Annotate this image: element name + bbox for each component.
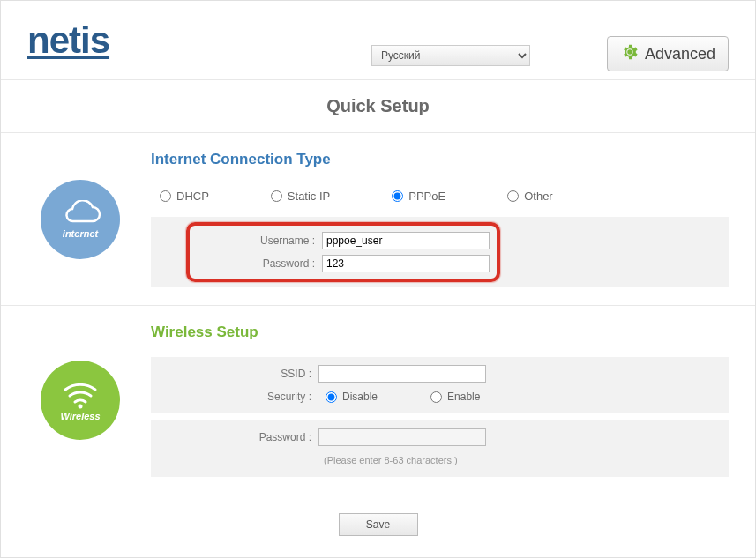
wifi-icon: Wireless	[41, 361, 120, 440]
wireless-heading: Wireless Setup	[151, 324, 729, 341]
advanced-label: Advanced	[645, 45, 715, 63]
wireless-icon-label: Wireless	[60, 411, 100, 421]
username-label: Username :	[190, 234, 322, 247]
internet-icon-label: internet	[63, 228, 98, 239]
connection-type-radios: DHCP Static IP PPPoE Other	[151, 184, 729, 208]
svg-point-0	[627, 49, 632, 55]
internet-icon-wrap: internet	[27, 151, 133, 287]
username-input[interactable]	[322, 232, 490, 249]
wireless-form: SSID : Security : Disable Enable	[151, 357, 729, 413]
radio-dhcp[interactable]: DHCP	[160, 190, 209, 203]
password-label: Password :	[190, 257, 322, 270]
password-row: Password :	[190, 252, 490, 275]
title-bar: Quick Setup	[1, 80, 755, 133]
app-container: netis Русский Advanced Quick Setup inter…	[0, 0, 756, 558]
wifi-password-row: Password :	[151, 426, 729, 449]
wireless-body: Wireless Setup SSID : Security : Disable	[133, 324, 729, 477]
ssid-label: SSID :	[151, 368, 318, 380]
wifi-password-input[interactable]	[318, 428, 486, 446]
highlight-box: Username : Password :	[186, 222, 500, 282]
security-label: Security :	[151, 391, 318, 403]
advanced-button[interactable]: Advanced	[607, 36, 729, 71]
save-button[interactable]: Save	[339, 513, 418, 536]
internet-heading: Internet Connection Type	[151, 151, 729, 168]
cloud-icon: internet	[41, 180, 120, 259]
username-row: Username :	[190, 229, 490, 252]
security-row: Security : Disable Enable	[151, 385, 729, 408]
radio-static[interactable]: Static IP	[271, 190, 330, 203]
svg-point-1	[79, 405, 83, 409]
footer: Save	[1, 495, 755, 554]
page-title: Quick Setup	[1, 96, 755, 116]
radio-other[interactable]: Other	[507, 190, 553, 203]
gear-icon	[620, 42, 640, 66]
pppoe-form: Username : Password :	[151, 217, 729, 287]
header: netis Русский Advanced	[1, 1, 755, 80]
internet-body: Internet Connection Type DHCP Static IP …	[133, 151, 729, 287]
ssid-row: SSID :	[151, 362, 729, 385]
ssid-input[interactable]	[318, 365, 486, 383]
wifi-password-hint: (Please enter 8-63 characters.)	[318, 455, 458, 465]
wifi-password-label: Password :	[151, 431, 318, 443]
internet-section: internet Internet Connection Type DHCP S…	[1, 133, 755, 306]
wireless-section: Wireless Wireless Setup SSID : Security …	[1, 306, 755, 495]
wireless-password-box: Password : (Please enter 8-63 characters…	[151, 420, 729, 477]
security-radios: Disable Enable	[318, 391, 480, 403]
radio-pppoe[interactable]: PPPoE	[392, 190, 445, 203]
radio-enable[interactable]: Enable	[430, 391, 480, 403]
password-input[interactable]	[322, 255, 490, 272]
language-select[interactable]: Русский	[371, 45, 530, 66]
logo: netis	[27, 19, 109, 62]
radio-disable[interactable]: Disable	[326, 391, 378, 403]
wireless-icon-wrap: Wireless	[27, 324, 133, 477]
wifi-hint-row: (Please enter 8-63 characters.)	[151, 449, 729, 472]
